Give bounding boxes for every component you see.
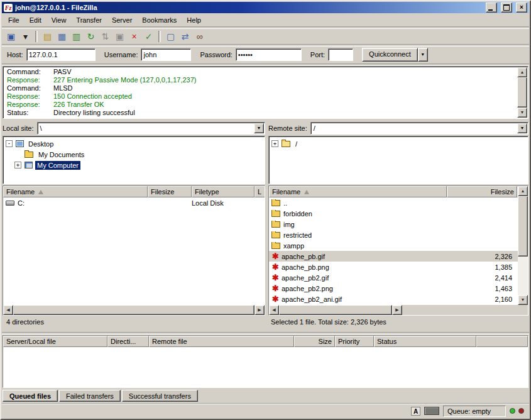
port-input[interactable] bbox=[328, 48, 353, 61]
tab-failed-transfers[interactable]: Failed transfers bbox=[59, 390, 121, 402]
toggle-queue-icon[interactable]: ▥ bbox=[70, 30, 83, 43]
column-header-filesize[interactable]: Filesize bbox=[447, 186, 517, 197]
column-header-priority[interactable]: Priority bbox=[335, 336, 374, 347]
local-list-header: FilenameFilesizeFiletypeL bbox=[3, 186, 265, 197]
log-line-label: Response: bbox=[7, 92, 53, 101]
file-row[interactable]: ✱apache_pb.png1,385 bbox=[269, 262, 518, 272]
scroll-down-button[interactable]: ▼ bbox=[518, 295, 528, 305]
minimize-button[interactable] bbox=[486, 3, 497, 13]
tree-expander-icon[interactable]: + bbox=[271, 140, 278, 147]
status-led-red bbox=[518, 408, 524, 414]
disconnect-icon[interactable]: ✓ bbox=[142, 30, 155, 43]
file-row[interactable]: xampp bbox=[269, 240, 518, 251]
scroll-track[interactable] bbox=[517, 77, 527, 108]
toggle-trees-icon[interactable]: ▦ bbox=[55, 30, 68, 43]
file-row[interactable]: ✱apache_pb2.gif2,414 bbox=[269, 272, 518, 283]
menu-edit[interactable]: Edit bbox=[25, 14, 47, 26]
scroll-right-button[interactable]: ▶ bbox=[255, 305, 265, 315]
quickconnect-button[interactable]: Quickconnect bbox=[362, 48, 418, 62]
local-site-dropdown[interactable]: ▼ bbox=[254, 123, 264, 133]
file-row[interactable]: ✱apache_pb.gif2,326 bbox=[269, 251, 518, 262]
column-header-server-local-file[interactable]: Server/Local file bbox=[3, 336, 107, 347]
column-header-filename[interactable]: Filename bbox=[269, 186, 447, 197]
scroll-thumb[interactable] bbox=[279, 305, 392, 315]
log-line: Response:150 Connection accepted bbox=[7, 92, 514, 101]
password-input[interactable] bbox=[236, 48, 302, 61]
close-button[interactable]: × bbox=[516, 3, 527, 13]
tree-item[interactable]: +My Documents bbox=[13, 149, 263, 160]
remote-site-row: Remote site: / ▼ bbox=[268, 121, 528, 135]
scroll-track[interactable] bbox=[13, 305, 255, 315]
log-line-text: 226 Transfer OK bbox=[53, 101, 104, 109]
file-name-cell: xampp bbox=[269, 242, 447, 250]
menu-bookmarks[interactable]: Bookmarks bbox=[137, 14, 182, 26]
file-row[interactable]: restricted bbox=[269, 229, 518, 240]
tree-expander-icon[interactable]: - bbox=[6, 140, 13, 147]
file-row[interactable]: ✱apache_pb2_ani.gif2,160 bbox=[269, 294, 518, 304]
column-header-remote-file[interactable]: Remote file bbox=[149, 336, 294, 347]
scroll-left-button[interactable]: ◀ bbox=[3, 305, 13, 315]
remote-site-combo[interactable]: / ▼ bbox=[310, 122, 528, 135]
file-row[interactable]: img bbox=[269, 219, 518, 229]
quickconnect-dropdown[interactable]: ▼ bbox=[418, 48, 428, 62]
remote-vscrollbar[interactable]: ▲ ▼ bbox=[518, 186, 528, 305]
file-row[interactable]: ✱apache_pb2.png1,463 bbox=[269, 283, 518, 294]
menu-server[interactable]: Server bbox=[107, 14, 137, 26]
site-manager-dropdown[interactable]: ▾ bbox=[19, 30, 32, 43]
column-header-label: Priority bbox=[338, 338, 359, 345]
remote-site-dropdown[interactable]: ▼ bbox=[517, 123, 527, 133]
column-header-l[interactable]: L bbox=[255, 186, 265, 197]
maximize-button[interactable] bbox=[501, 3, 512, 13]
scroll-thumb[interactable] bbox=[517, 77, 527, 108]
remote-hscrollbar[interactable]: ◀ ▶ bbox=[269, 305, 402, 315]
site-manager-icon[interactable]: ▣ bbox=[4, 30, 18, 43]
filter-icon[interactable]: ∞ bbox=[193, 30, 206, 43]
tree-item[interactable]: +My Computer bbox=[13, 160, 263, 170]
local-status-text: 4 directories bbox=[6, 318, 44, 328]
transfer-type-indicator[interactable]: A bbox=[411, 407, 420, 416]
file-row[interactable]: C:Local Disk bbox=[3, 197, 265, 208]
scroll-up-button[interactable]: ▲ bbox=[518, 186, 528, 196]
column-header-filesize[interactable]: Filesize bbox=[148, 186, 192, 197]
tab-queued-files[interactable]: Queued files bbox=[3, 390, 58, 402]
column-header-size[interactable]: Size bbox=[294, 336, 335, 347]
menu-transfer[interactable]: Transfer bbox=[71, 14, 107, 26]
local-site-combo[interactable]: \ ▼ bbox=[37, 122, 265, 135]
scroll-thumb[interactable] bbox=[13, 305, 255, 315]
refresh-icon[interactable]: ↻ bbox=[84, 30, 97, 43]
process-queue-icon[interactable]: ⇅ bbox=[99, 30, 112, 43]
file-row[interactable]: .. bbox=[269, 197, 518, 208]
cancel-icon[interactable]: × bbox=[128, 30, 141, 43]
host-input[interactable] bbox=[26, 48, 96, 61]
scroll-thumb[interactable] bbox=[518, 196, 528, 257]
toggle-log-icon[interactable]: ▤ bbox=[41, 30, 54, 43]
column-header-filename[interactable]: Filename bbox=[3, 186, 148, 197]
scroll-track[interactable] bbox=[279, 305, 392, 315]
tree-item[interactable]: -Desktop bbox=[4, 138, 263, 149]
scroll-track[interactable] bbox=[518, 196, 528, 295]
file-name: apache_pb2.gif bbox=[282, 274, 329, 282]
local-hscrollbar[interactable]: ◀ ▶ bbox=[3, 305, 265, 315]
file-row[interactable]: forbidden bbox=[269, 208, 518, 219]
title-bar[interactable]: Fz john@127.0.0.1 - FileZilla × bbox=[2, 2, 529, 13]
scroll-left-button[interactable]: ◀ bbox=[269, 305, 279, 315]
column-header-status[interactable]: Status bbox=[374, 336, 476, 347]
column-header-directi[interactable]: Directi... bbox=[107, 336, 149, 347]
scroll-down-button[interactable]: ▼ bbox=[517, 108, 527, 118]
username-input[interactable] bbox=[141, 48, 191, 61]
tree-expander-icon[interactable]: + bbox=[14, 162, 21, 169]
log-scrollbar[interactable]: ▲ ▼ bbox=[517, 67, 527, 118]
preview-icon[interactable]: ▣ bbox=[113, 30, 126, 43]
column-header-filetype[interactable]: Filetype bbox=[192, 186, 255, 197]
message-log: Command:PASVResponse:227 Entering Passiv… bbox=[3, 66, 528, 119]
tree-item[interactable]: +/ bbox=[270, 138, 527, 149]
sync-browsing-icon[interactable]: ⇄ bbox=[178, 30, 192, 43]
menu-help[interactable]: Help bbox=[182, 14, 206, 26]
menu-file[interactable]: File bbox=[3, 14, 25, 26]
menu-view[interactable]: View bbox=[47, 14, 72, 26]
scroll-up-button[interactable]: ▲ bbox=[517, 67, 527, 77]
directory-compare-icon[interactable]: ▢ bbox=[164, 30, 177, 43]
file-name-cell: ✱apache_pb.png bbox=[269, 263, 447, 272]
tab-successful-transfers[interactable]: Successful transfers bbox=[122, 390, 198, 402]
scroll-right-button[interactable]: ▶ bbox=[392, 305, 402, 315]
